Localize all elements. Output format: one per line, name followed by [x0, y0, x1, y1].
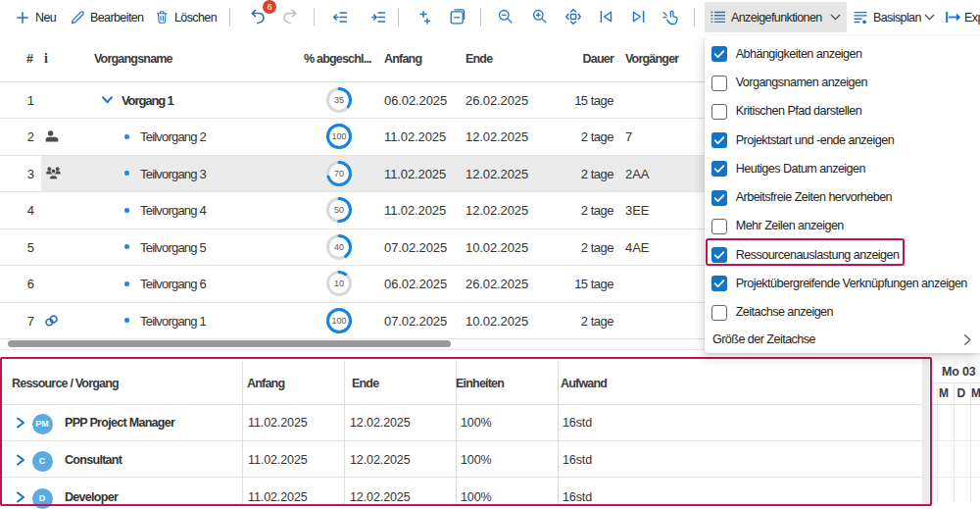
- svg-text:70: 70: [333, 169, 343, 178]
- svg-text:100: 100: [331, 131, 346, 141]
- svg-text:50: 50: [333, 205, 343, 215]
- svg-text:10: 10: [333, 279, 343, 288]
- svg-text:35: 35: [333, 95, 343, 105]
- svg-text:40: 40: [333, 242, 343, 252]
- svg-text:100: 100: [331, 316, 346, 326]
